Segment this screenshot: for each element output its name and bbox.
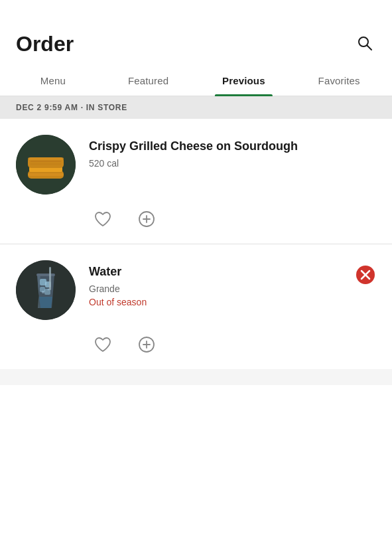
add-button-grilled-cheese[interactable] xyxy=(133,205,161,233)
item-name-grilled-cheese: Crispy Grilled Cheese on Sourdough xyxy=(89,139,298,154)
favorite-button-grilled-cheese[interactable] xyxy=(89,205,117,233)
water-illustration xyxy=(16,260,76,320)
item-out-of-season-water: Out of season xyxy=(89,297,147,307)
item-name-water: Water xyxy=(89,264,147,279)
heart-icon xyxy=(93,209,113,229)
item-size-water: Grande xyxy=(89,283,147,294)
svg-rect-23 xyxy=(36,274,55,276)
item-image-water xyxy=(16,260,76,320)
item-row-wrapper: Crispy Grilled Cheese on Sourdough 520 c… xyxy=(16,135,376,195)
order-item-grilled-cheese: Crispy Grilled Cheese on Sourdough 520 c… xyxy=(0,119,392,244)
items-list: Crispy Grilled Cheese on Sourdough 520 c… xyxy=(0,119,392,385)
heart-icon-water xyxy=(93,335,113,355)
item-row-wrapper-water: Water Grande Out of season xyxy=(16,260,376,320)
svg-rect-9 xyxy=(28,173,64,176)
grilled-cheese-illustration xyxy=(16,135,76,195)
tab-favorites[interactable]: Favorites xyxy=(291,64,387,96)
item-actions-grilled-cheese xyxy=(16,205,376,233)
svg-marker-20 xyxy=(39,297,52,308)
tab-previous[interactable]: Previous xyxy=(196,64,292,96)
add-button-water[interactable] xyxy=(133,331,161,358)
tab-featured[interactable]: Featured xyxy=(101,64,196,96)
svg-rect-24 xyxy=(49,267,51,290)
item-cal-grilled-cheese: 520 cal xyxy=(89,158,298,169)
item-main-row-water: Water Grande Out of season xyxy=(16,260,147,320)
add-circle-icon xyxy=(137,209,157,229)
header: Order xyxy=(0,0,392,64)
item-main-row: Crispy Grilled Cheese on Sourdough 520 c… xyxy=(16,135,298,195)
order-item-water: Water Grande Out of season xyxy=(0,244,392,369)
favorite-button-water[interactable] xyxy=(89,331,117,358)
item-actions-water xyxy=(16,331,376,358)
add-circle-icon-water xyxy=(137,335,157,355)
tab-menu[interactable]: Menu xyxy=(5,64,101,96)
date-banner: DEC 2 9:59 AM · IN STORE xyxy=(0,96,392,119)
item-info-water: Water Grande Out of season xyxy=(89,260,147,307)
search-button[interactable] xyxy=(354,32,376,54)
svg-line-1 xyxy=(367,46,372,50)
page-title: Order xyxy=(16,32,74,56)
remove-icon xyxy=(355,264,376,285)
app-container: Order Menu Featured Previous Favorites D… xyxy=(0,0,392,385)
item-info-grilled-cheese: Crispy Grilled Cheese on Sourdough 520 c… xyxy=(89,135,298,170)
bottom-spacer xyxy=(0,369,392,385)
search-icon xyxy=(356,35,373,52)
svg-point-21 xyxy=(42,291,44,293)
item-image-grilled-cheese xyxy=(16,135,76,195)
tabs-bar: Menu Featured Previous Favorites xyxy=(0,64,392,96)
remove-button-water[interactable] xyxy=(355,264,376,285)
svg-rect-8 xyxy=(28,157,64,160)
